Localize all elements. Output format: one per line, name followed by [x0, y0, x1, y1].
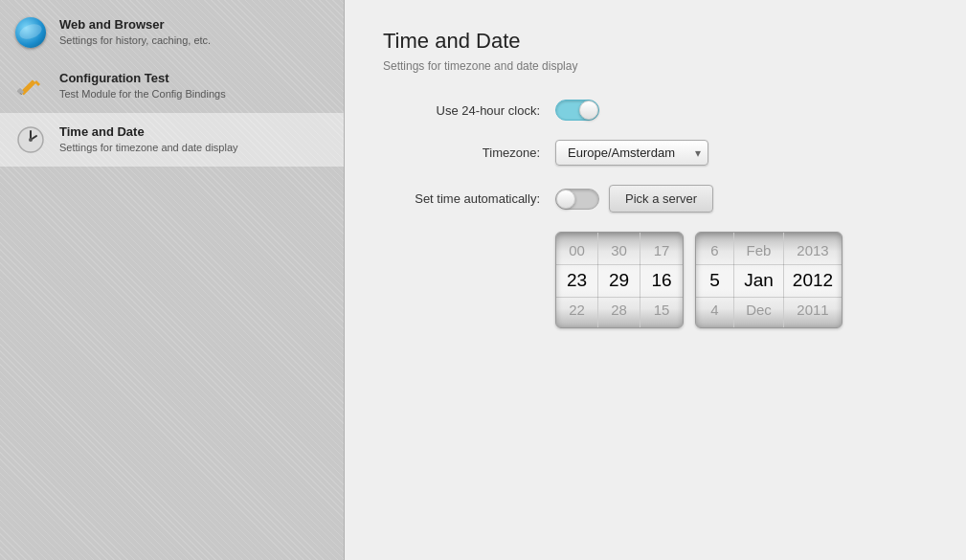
min-mid: 29: [598, 264, 640, 296]
month-bot: Dec: [734, 296, 783, 324]
seconds-col[interactable]: 17 16 15: [640, 233, 683, 327]
year-top: 2013: [784, 236, 842, 264]
sec-mid: 16: [640, 264, 683, 296]
sidebar-item-config-title: Configuration Test: [59, 71, 226, 87]
page-title: Time and Date: [383, 29, 928, 54]
sec-bot: 15: [640, 296, 683, 324]
use24hour-row: Use 24-hour clock:: [383, 100, 928, 121]
month-col[interactable]: Feb Jan Dec: [734, 233, 784, 327]
settime-toggle[interactable]: [555, 189, 599, 210]
page-subtitle: Settings for timezone and date display: [383, 59, 928, 73]
sidebar-item-config-subtitle: Test Module for the Config Bindings: [59, 87, 226, 101]
toggle-knob: [579, 101, 598, 120]
sidebar-item-web-browser-subtitle: Settings for history, caching, etc.: [59, 34, 211, 47]
hour-bot: 22: [556, 296, 597, 324]
timezone-label: Timezone:: [383, 146, 555, 160]
sec-top: 17: [640, 236, 683, 264]
month-top: Feb: [734, 236, 783, 264]
timezone-row: Timezone: Europe/Amsterdam UTC America/N…: [383, 140, 928, 166]
globe-icon: [13, 15, 48, 50]
settime-row: Set time automatically: Pick a server: [383, 185, 928, 213]
svg-point-7: [29, 138, 33, 142]
timezone-select-wrapper: Europe/Amsterdam UTC America/New_York: [555, 140, 708, 166]
sidebar-item-config-test[interactable]: Configuration Test Test Module for the C…: [0, 59, 344, 113]
day-bot: 4: [696, 296, 733, 324]
day-mid: 5: [696, 264, 733, 296]
day-col[interactable]: 6 5 4: [696, 233, 734, 327]
sidebar-item-time-date[interactable]: Time and Date Settings for timezone and …: [0, 113, 344, 167]
hours-col[interactable]: 00 23 22: [556, 233, 598, 327]
time-picker[interactable]: 00 23 22 30 29 28 17 16 15: [555, 232, 684, 328]
pick-server-button[interactable]: Pick a server: [609, 185, 713, 213]
month-mid: Jan: [734, 264, 783, 296]
year-mid: 2012: [784, 264, 842, 296]
year-col[interactable]: 2013 2012 2011: [784, 233, 842, 327]
pickers-container: 00 23 22 30 29 28 17 16 15 6 5 4: [555, 232, 928, 328]
main-content: Time and Date Settings for timezone and …: [345, 0, 966, 560]
hour-top: 00: [556, 236, 597, 264]
sidebar: Web and Browser Settings for history, ca…: [0, 0, 345, 560]
use24hour-label: Use 24-hour clock:: [383, 103, 555, 118]
hour-mid: 23: [556, 264, 597, 296]
timezone-select[interactable]: Europe/Amsterdam UTC America/New_York: [555, 140, 708, 166]
clock-icon: [13, 123, 48, 157]
day-top: 6: [696, 236, 733, 264]
min-top: 30: [598, 236, 640, 264]
sidebar-item-time-date-title: Time and Date: [59, 124, 238, 141]
sidebar-item-web-browser[interactable]: Web and Browser Settings for history, ca…: [0, 6, 344, 59]
settime-toggle-knob: [556, 190, 575, 209]
settime-label: Set time automatically:: [383, 191, 555, 206]
use24hour-toggle[interactable]: [555, 100, 599, 121]
pencil-icon: [13, 69, 48, 103]
year-bot: 2011: [784, 296, 842, 324]
min-bot: 28: [598, 296, 640, 324]
date-picker[interactable]: 6 5 4 Feb Jan Dec 2013 2012 2011: [695, 232, 842, 328]
sidebar-item-web-browser-title: Web and Browser: [59, 17, 211, 34]
minutes-col[interactable]: 30 29 28: [598, 233, 640, 327]
sidebar-item-time-date-subtitle: Settings for timezone and date display: [59, 141, 238, 154]
